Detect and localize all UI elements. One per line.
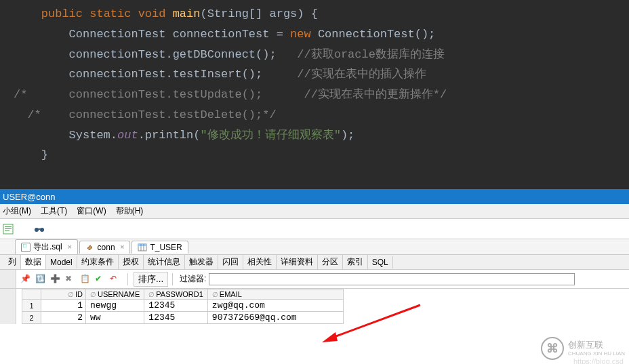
tab-sql-export[interactable]: 导出.sql × xyxy=(15,239,78,254)
code-comment: //获取oracle数据库的连接 xyxy=(297,48,445,61)
table-header-row: ∅ID ∅USERNAME ∅PASSWORD1 ∅EMAIL xyxy=(22,289,344,300)
tab-tuser[interactable]: T_USER xyxy=(131,241,188,254)
code-comment-block: /* connectionTest.testUpdate(); //实现在表中的… xyxy=(14,88,447,101)
code-line: ConnectionTest connectionTest = new Conn… xyxy=(0,24,629,45)
cell-username[interactable]: newgg xyxy=(86,300,144,312)
subtab-columns[interactable]: 列 xyxy=(4,255,21,269)
static-field-out: out xyxy=(117,129,138,142)
keyword-void: void xyxy=(138,7,166,20)
keyword-new: new xyxy=(290,28,311,41)
data-action-toolbar: 📌 🔃 ➕ ✖ 📋 ✔ ↶ 排序... 过滤器: xyxy=(0,270,629,289)
keyword-public: public xyxy=(41,7,83,20)
column-icon: ∅ xyxy=(148,291,155,298)
subtab-flashback[interactable]: 闪回 xyxy=(218,255,243,269)
window-title-bar: USER@conn xyxy=(0,189,629,204)
left-gutter xyxy=(0,270,16,288)
table-row[interactable]: 2 2 ww 12345 907372669@qq.com xyxy=(22,312,344,324)
subtab-triggers[interactable]: 触发器 xyxy=(185,255,218,269)
svg-rect-3 xyxy=(5,230,9,231)
watermark-text: 创新互联 xyxy=(568,340,625,350)
left-gutter xyxy=(0,289,16,324)
cell-username[interactable]: ww xyxy=(86,312,144,324)
pin-icon[interactable]: 📌 xyxy=(20,274,31,285)
filter-input[interactable] xyxy=(209,273,575,285)
data-grid: ∅ID ∅USERNAME ∅PASSWORD1 ∅EMAIL 1 1 newg… xyxy=(0,289,629,324)
add-row-icon[interactable]: ➕ xyxy=(50,274,61,285)
code-comment-block: /* connectionTest.testDelete();*/ xyxy=(14,108,277,121)
cell-email[interactable]: zwg@qq.com xyxy=(207,300,343,312)
table-row[interactable]: 1 1 newgg 12345 zwg@qq.com xyxy=(22,300,344,312)
method-name: main xyxy=(173,7,201,20)
cell-id[interactable]: 2 xyxy=(41,312,86,324)
column-icon: ∅ xyxy=(212,291,218,298)
refresh-icon[interactable]: 🔃 xyxy=(35,274,46,285)
close-icon[interactable]: × xyxy=(121,243,125,251)
main-toolbar xyxy=(0,219,629,239)
cell-email[interactable]: 907372669@qq.com xyxy=(207,312,343,324)
column-header-id[interactable]: ∅ID xyxy=(41,289,86,300)
subtab-statistics[interactable]: 统计信息 xyxy=(144,255,185,269)
sql-worksheet-icon[interactable] xyxy=(3,224,14,235)
tab-label: T_USER xyxy=(150,243,182,252)
watermark-logo-icon: ⌘ xyxy=(541,337,564,360)
code-line: /* connectionTest.testDelete();*/ xyxy=(0,105,629,125)
svg-rect-8 xyxy=(138,244,146,246)
code-line: public static void main(String[] args) { xyxy=(0,4,629,24)
duplicate-row-icon[interactable]: 📋 xyxy=(80,274,91,285)
subtab-grants[interactable]: 授权 xyxy=(119,255,144,269)
code-comment: //实现在表中的插入操作 xyxy=(297,68,426,81)
rollback-icon[interactable]: ↶ xyxy=(110,274,121,285)
cell-password[interactable]: 12345 xyxy=(144,312,207,324)
subtab-dependencies[interactable]: 相关性 xyxy=(243,255,277,269)
column-header-email[interactable]: ∅EMAIL xyxy=(207,289,343,300)
window-title: USER@conn xyxy=(3,192,56,202)
menu-window[interactable]: 窗口(W) xyxy=(77,205,106,217)
code-line: connectionTest.getDBConnect(); //获取oracl… xyxy=(0,45,629,65)
svg-marker-12 xyxy=(322,332,338,342)
tab-label: conn xyxy=(98,243,115,252)
row-number-header xyxy=(22,289,41,300)
string-literal: "修改成功！请仔细观察表" xyxy=(200,129,340,142)
menu-help[interactable]: 帮助(H) xyxy=(116,205,144,217)
column-header-password[interactable]: ∅PASSWORD1 xyxy=(144,289,207,300)
column-icon: ∅ xyxy=(68,291,74,298)
binoculars-icon[interactable] xyxy=(34,224,45,235)
tab-label: 导出.sql xyxy=(33,241,62,253)
watermark-subtext: CHUANG XIN HU LIAN xyxy=(568,350,625,357)
table-icon xyxy=(138,243,147,252)
subtab-partitions[interactable]: 分区 xyxy=(318,255,343,269)
keyword-static: static xyxy=(89,7,131,20)
close-icon[interactable]: × xyxy=(68,243,72,251)
column-header-username[interactable]: ∅USERNAME xyxy=(86,289,144,300)
cell-id[interactable]: 1 xyxy=(41,300,86,312)
sql-file-icon xyxy=(21,243,31,252)
column-icon: ∅ xyxy=(90,291,96,298)
code-line: System.out.println("修改成功！请仔细观察表"); xyxy=(0,125,629,146)
connection-icon xyxy=(85,243,95,252)
row-number: 1 xyxy=(22,300,41,312)
subtab-details[interactable]: 详细资料 xyxy=(277,255,318,269)
result-table: ∅ID ∅USERNAME ∅PASSWORD1 ∅EMAIL 1 1 newg… xyxy=(22,289,344,324)
svg-rect-6 xyxy=(37,228,41,230)
svg-rect-1 xyxy=(5,226,12,227)
subtab-data[interactable]: 数据 xyxy=(21,255,46,269)
subtab-constraints[interactable]: 约束条件 xyxy=(77,255,119,269)
subtab-sql[interactable]: SQL xyxy=(368,256,393,268)
watermark: ⌘ 创新互联 CHUANG XIN HU LIAN xyxy=(541,337,625,360)
commit-icon[interactable]: ✔ xyxy=(95,274,106,285)
menu-group[interactable]: 小组(M) xyxy=(3,205,31,217)
cell-password[interactable]: 12345 xyxy=(144,300,207,312)
menu-tools[interactable]: 工具(T) xyxy=(41,205,67,217)
sort-button[interactable]: 排序... xyxy=(134,272,168,287)
filter-label: 过滤器: xyxy=(180,273,206,285)
subtab-indexes[interactable]: 索引 xyxy=(343,255,368,269)
subtab-model[interactable]: Model xyxy=(46,256,77,268)
delete-row-icon[interactable]: ✖ xyxy=(65,274,76,285)
code-line: } xyxy=(0,145,629,165)
row-number: 2 xyxy=(22,312,41,324)
code-line: /* connectionTest.testUpdate(); //实现在表中的… xyxy=(0,85,629,105)
svg-rect-2 xyxy=(5,228,12,229)
document-tabs: 导出.sql × conn × T_USER xyxy=(0,239,629,255)
tab-conn[interactable]: conn × xyxy=(79,241,131,254)
blog-url: https://blog.csd xyxy=(573,357,624,364)
